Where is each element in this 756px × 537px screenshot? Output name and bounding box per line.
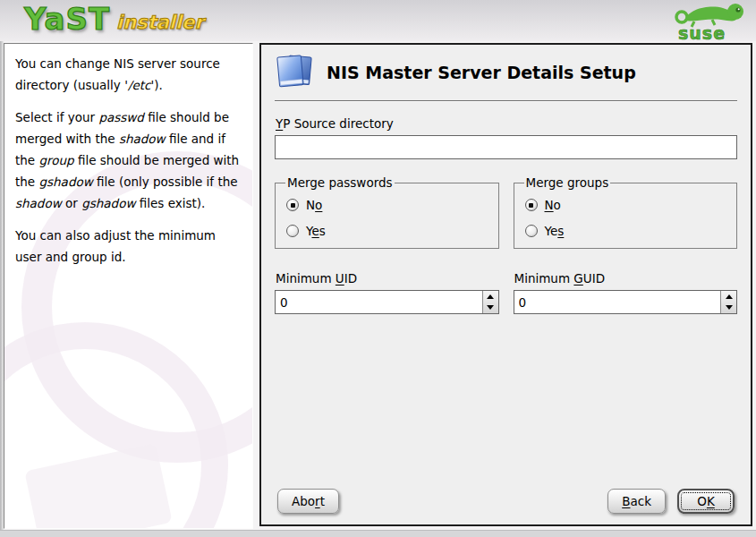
yast-logo: YaST: [24, 1, 110, 37]
radio-icon[interactable]: [525, 225, 538, 237]
radio-label: Yes: [306, 224, 326, 238]
minimum-guid-spinbox: [514, 290, 738, 314]
spin-up-icon: [726, 294, 733, 299]
top-banner: YaST installer suse: [0, 0, 756, 41]
minimum-uid-block: Minimum UID: [275, 271, 499, 314]
radio-icon[interactable]: [525, 199, 538, 211]
minimum-uid-spinbox: [275, 290, 499, 314]
help-paragraph: You can change NIS server source directo…: [15, 53, 242, 96]
page-title: NIS Master Server Details Setup: [327, 63, 636, 82]
merge-groups-groupbox: Merge groups No Yes: [514, 175, 738, 249]
merge-passwords-title: Merge passwords: [285, 175, 395, 190]
installer-logo-text: installer: [116, 12, 204, 33]
merge-groups-yes-option[interactable]: Yes: [525, 224, 728, 238]
help-panel: You can change NIS server source directo…: [4, 43, 253, 529]
window-bottom-edge: [0, 530, 756, 537]
minimum-guid-block: Minimum GUID: [514, 271, 738, 314]
minimum-uid-label: Minimum UID: [276, 271, 499, 286]
help-paragraph: Select if your passwd file should be mer…: [15, 107, 242, 214]
nav-buttons: Back OK: [607, 489, 735, 514]
merge-groups-no-option[interactable]: No: [525, 198, 728, 212]
minimum-ids-row: Minimum UID Minimum GUID: [275, 271, 737, 314]
dialog-panel: NIS Master Server Details Setup YP Sourc…: [259, 43, 752, 526]
yp-source-block: YP Source directory: [275, 116, 737, 159]
back-button[interactable]: Back: [607, 489, 666, 514]
ok-button[interactable]: OK: [677, 489, 735, 514]
minimum-uid-input[interactable]: [276, 291, 482, 313]
spin-down-button[interactable]: [483, 303, 498, 314]
radio-label: Yes: [545, 224, 565, 238]
minimum-guid-label: Minimum GUID: [514, 271, 738, 286]
flex-spacer: [275, 314, 737, 489]
merge-groups-title: Merge groups: [524, 175, 611, 190]
yp-source-input[interactable]: [275, 135, 737, 159]
spin-buttons: [482, 291, 498, 313]
merge-passwords-groupbox: Merge passwords No Yes: [275, 175, 499, 249]
books-icon: [275, 52, 315, 92]
header-divider: [275, 100, 737, 102]
spin-down-icon: [487, 305, 494, 310]
spin-down-button[interactable]: [721, 303, 736, 314]
radio-icon[interactable]: [286, 199, 299, 211]
abort-button[interactable]: Abort: [277, 489, 339, 514]
radio-label: No: [306, 198, 322, 212]
radio-icon[interactable]: [286, 225, 299, 237]
suse-gecko-icon: suse: [667, 0, 749, 41]
merge-options-row: Merge passwords No Yes Merge groups No Y…: [275, 175, 737, 249]
spin-buttons: [720, 291, 736, 313]
help-paragraph: You can also adjust the minimum user and…: [15, 225, 242, 268]
spin-up-icon: [487, 294, 494, 299]
yp-source-label: YP Source directory: [276, 116, 737, 131]
merge-passwords-no-option[interactable]: No: [286, 198, 489, 212]
spin-up-button[interactable]: [483, 291, 498, 303]
spin-up-button[interactable]: [721, 291, 736, 303]
suse-logo: suse: [667, 0, 749, 45]
button-row: Abort Back OK: [277, 489, 735, 514]
minimum-guid-input[interactable]: [514, 291, 721, 313]
dialog-header: NIS Master Server Details Setup: [275, 52, 737, 92]
radio-label: No: [545, 198, 561, 212]
merge-passwords-yes-option[interactable]: Yes: [286, 224, 489, 238]
spin-down-icon: [726, 305, 733, 310]
suse-logo-text: suse: [678, 23, 726, 41]
